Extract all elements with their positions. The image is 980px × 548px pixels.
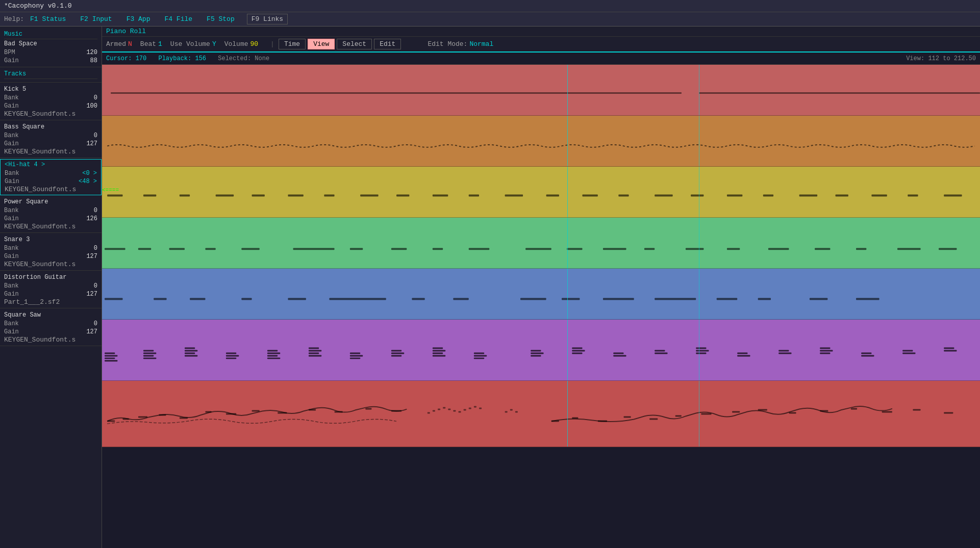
track-lane-1[interactable] (102, 116, 980, 167)
menu-f2[interactable]: F2 Input (78, 14, 114, 24)
menu-f1[interactable]: F1 Status (28, 14, 68, 24)
svg-rect-35 (567, 248, 582, 250)
menu-f3[interactable]: F3 App (124, 14, 153, 24)
svg-rect-76 (267, 350, 278, 352)
svg-rect-0 (107, 194, 122, 196)
track-lane-6[interactable] (102, 381, 980, 447)
svg-rect-28 (241, 248, 259, 250)
svg-rect-29 (293, 248, 335, 250)
svg-rect-85 (350, 355, 363, 356)
svg-rect-91 (433, 350, 445, 352)
svg-rect-93 (433, 355, 445, 356)
svg-rect-90 (433, 348, 443, 349)
svg-rect-55 (603, 298, 634, 300)
svg-rect-116 (820, 352, 830, 354)
track-lane-4[interactable] (102, 269, 980, 320)
svg-rect-95 (474, 355, 487, 356)
sidebar-bpm-row: BPM 120 (4, 48, 97, 57)
svg-rect-97 (531, 350, 541, 352)
track-lane-5[interactable] (102, 320, 980, 381)
svg-rect-126 (159, 414, 166, 415)
sidebar-bpm-label: BPM (4, 49, 15, 56)
sidebar-track-5[interactable]: Distortion Guitar Bank 0 Gain 127 Part_1… (0, 272, 102, 308)
svg-rect-33 (469, 248, 489, 250)
svg-rect-150 (623, 416, 631, 417)
sidebar-track-2[interactable]: <Hi-hat 4 > Bank <0 > Gain <48 > KEYGEN_… (0, 159, 102, 195)
svg-rect-136 (428, 412, 430, 414)
sidebar-track-3[interactable]: Power Square Bank 0 Gain 126 KEYGEN_Soun… (0, 196, 102, 233)
svg-rect-139 (443, 407, 445, 409)
sidebar-track-5-sf: Part_1___2.sf2 (4, 298, 97, 306)
svg-rect-25 (138, 248, 151, 250)
sidebar-bpm-val: 120 (86, 49, 97, 56)
svg-rect-160 (820, 410, 828, 412)
svg-rect-12 (546, 194, 559, 196)
svg-rect-146 (479, 408, 482, 409)
svg-rect-114 (820, 348, 830, 349)
sidebar-gain-label: Gain (4, 57, 19, 64)
svg-rect-110 (737, 352, 747, 354)
svg-rect-52 (453, 298, 468, 300)
svg-rect-111 (737, 355, 750, 356)
sidebar-track-0-sf: KEYGEN_Soundfont.s (4, 110, 97, 118)
track-lanes[interactable]: <==== (102, 65, 980, 548)
svg-rect-57 (717, 298, 737, 300)
svg-rect-36 (603, 248, 626, 250)
app-title: *Cacophony v0.1.0 (4, 2, 72, 10)
sidebar-track-1[interactable]: Bass Square Bank 0 Gain 127 KEYGEN_Sound… (0, 121, 102, 158)
status-right: View: 112 to 212.50 (906, 55, 976, 62)
svg-rect-50 (329, 298, 386, 300)
sidebar: Music Bad Space BPM 120 Gain 88 Tracks K… (0, 27, 102, 548)
sidebar-track-1-gain-row: Gain 127 (4, 140, 97, 148)
svg-rect-108 (696, 350, 709, 352)
piano-roll-title: Piano Roll (102, 27, 980, 37)
sidebar-track-4[interactable]: Snare 3 Bank 0 Gain 127 KEYGEN_Soundfont… (0, 234, 102, 271)
svg-rect-74 (226, 355, 239, 356)
sidebar-track-1-bank-row: Bank 0 (4, 132, 97, 140)
menu-f4[interactable]: F4 File (162, 14, 194, 24)
svg-rect-149 (598, 420, 607, 422)
svg-rect-113 (778, 352, 791, 354)
svg-rect-5 (288, 194, 303, 196)
svg-rect-46 (154, 298, 166, 300)
arrow-indicator: <==== (102, 187, 119, 193)
sidebar-track-6[interactable]: Square Saw Bank 0 Gain 127 KEYGEN_Soundf… (0, 309, 102, 346)
svg-rect-123 (107, 420, 115, 422)
svg-rect-47 (190, 298, 205, 300)
sidebar-track-3-name: Power Square (4, 198, 97, 205)
svg-rect-138 (438, 409, 440, 410)
sidebar-tracks-label: Tracks (4, 70, 97, 79)
sidebar-gain-row: Gain 88 (4, 57, 97, 65)
menu-f9[interactable]: F9 Links (247, 14, 288, 24)
select-button[interactable]: Select (337, 39, 372, 49)
svg-rect-80 (309, 348, 319, 349)
svg-rect-140 (448, 409, 450, 410)
svg-rect-119 (902, 350, 913, 352)
svg-rect-137 (433, 410, 435, 412)
track-lane-2[interactable]: <==== (102, 167, 980, 218)
sidebar-track-0-bank-row: Bank 0 (4, 94, 97, 102)
svg-rect-42 (856, 248, 866, 250)
track-lane-0[interactable] (102, 65, 980, 116)
svg-rect-153 (515, 411, 518, 413)
svg-rect-22 (908, 194, 918, 196)
svg-rect-26 (169, 248, 185, 250)
sidebar-track-4-name: Snare 3 (4, 236, 97, 243)
view-button[interactable]: View (308, 39, 335, 49)
status-bar: Cursor: 170 Playback: 156 Selected: None… (102, 53, 980, 65)
edit-button[interactable]: Edit (374, 39, 401, 49)
svg-rect-17 (727, 194, 742, 196)
cursor-label: Cursor: (106, 55, 132, 62)
menu-f5[interactable]: F5 Stop (205, 14, 237, 24)
svg-rect-65 (143, 350, 154, 352)
svg-rect-60 (856, 298, 880, 300)
svg-rect-6 (324, 194, 334, 196)
selected-label: Selected: (218, 55, 251, 62)
time-button[interactable]: Time (279, 39, 306, 49)
piano-roll: Piano Roll Armed N Beat 1 Use Volume Y V… (102, 27, 980, 548)
track-lane-3[interactable] (102, 218, 980, 269)
svg-rect-34 (525, 248, 551, 250)
sidebar-track-5-gain-row: Gain 127 (4, 290, 97, 298)
sidebar-track-0[interactable]: Kick 5 Bank 0 Gain 100 KEYGEN_Soundfont.… (0, 84, 102, 120)
svg-rect-66 (143, 352, 156, 354)
